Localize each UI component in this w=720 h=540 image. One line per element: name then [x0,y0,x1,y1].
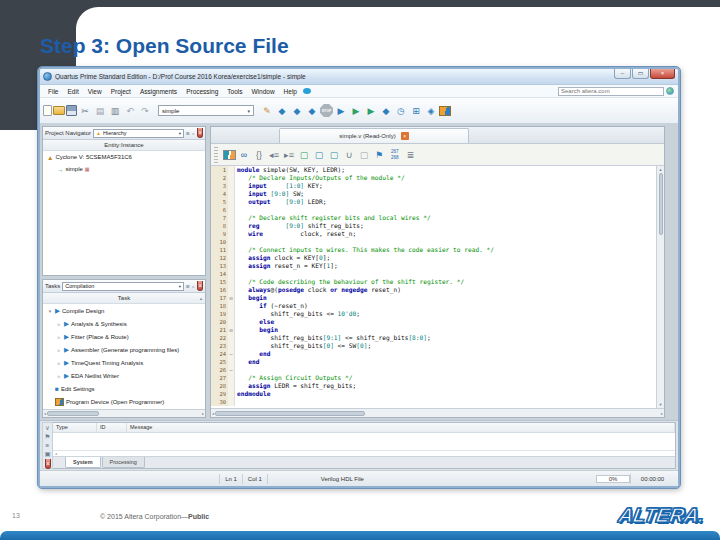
messages-tab-system[interactable]: System [65,457,101,468]
editor-vscrollbar[interactable]: ▲ ▼ [656,166,664,408]
timing-analyzer-icon[interactable]: ◷ [394,104,408,118]
menu-file[interactable]: File [44,88,62,95]
task-row[interactable]: ▹▶TimeQuest Timing Analysis [43,356,205,369]
start-compilation-icon[interactable]: ▶ [334,104,348,118]
task-row[interactable]: ▹▶Fitter (Place & Route) [43,330,205,343]
messages-tab-processing[interactable]: Processing [102,457,145,468]
minimize-icon[interactable]: – [614,69,631,79]
pin-icon[interactable]: ▫ [192,128,194,138]
window-titlebar[interactable]: Quartus Prime Standard Edition - D:/Prof… [40,69,678,85]
indent-increase-icon[interactable]: ▸≡ [282,148,296,162]
close-icon[interactable]: × [197,281,203,291]
start-task-icon[interactable]: ▶ [364,104,378,118]
netlist-viewer-icon[interactable]: ◈ [424,104,438,118]
close-icon[interactable]: × [650,69,675,79]
scroll-left-icon[interactable]: ◂ [44,411,46,416]
start-analysis-icon[interactable]: ▶ [349,104,363,118]
assignment-diamond-icon[interactable]: ◆ [275,104,289,118]
expander-icon[interactable]: ▹ [56,347,62,353]
entity-arrow-icon[interactable]: → [57,166,64,173]
find-icon[interactable]: ∞ [237,148,251,162]
project-select[interactable]: simple [158,105,254,116]
pin-diamond-icon[interactable]: ◆ [290,104,304,118]
undo-icon[interactable]: ↶ [123,104,137,118]
split-pane-icon[interactable] [223,150,236,160]
tab-close-icon[interactable]: × [401,132,409,140]
toolbar-grip[interactable] [214,147,218,163]
editor-hscrollbar[interactable]: ◂ ▸ [211,408,664,417]
redo-icon[interactable]: ↷ [138,104,152,118]
list-icon[interactable]: ≡ [186,281,190,291]
fold-marker-icon[interactable]: ⊟ [228,326,235,334]
search-input[interactable] [558,87,664,96]
maximize-icon[interactable]: ▭ [632,69,649,79]
expander-icon[interactable]: ▹ [56,360,62,366]
pin-icon[interactable]: ▫ [192,281,194,291]
code-editor[interactable]: 1module simple(SW, KEY, LEDR);2 /* Decla… [211,166,656,408]
help-assistant-icon[interactable] [303,88,311,94]
hierarchy-viewer-icon[interactable]: ⊞ [409,104,423,118]
bookmark-new-icon[interactable]: ▢ [297,148,311,162]
cut-icon[interactable]: ✂ [78,104,92,118]
messages-column-message[interactable]: Message [127,423,675,432]
stop-icon[interactable]: STOP [320,104,333,117]
scroll-left-icon[interactable]: ◂ [212,411,214,416]
list-icon[interactable]: ≡ [186,128,190,138]
scroll-thumb[interactable] [659,173,663,235]
settings-diamond-icon[interactable]: ◆ [305,104,319,118]
edit-pencil-icon[interactable]: ✎ [260,104,274,118]
task-row[interactable]: ▹▶Assembler (Generate programming files) [43,343,205,356]
save-icon[interactable] [66,105,77,116]
scroll-right-icon[interactable]: ▸ [202,411,204,416]
attach-file-icon[interactable]: ∪ [342,148,356,162]
scroll-down-icon[interactable]: ▼ [659,402,663,407]
messages-body[interactable] [53,433,675,450]
goto-flag-icon[interactable]: ⚑ [372,148,386,162]
new-file-icon[interactable] [43,105,52,116]
menu-assignments[interactable]: Assignments [136,88,181,95]
expander-icon[interactable]: ▾ [47,308,53,314]
bookmark-paste-icon[interactable]: ▢ [327,148,341,162]
navigator-item[interactable]: →simple▦ [43,163,205,175]
expander-icon[interactable]: ▹ [56,321,62,327]
flag-icon[interactable]: ⚑ [45,433,51,441]
messages-column-id[interactable]: ID [97,423,127,432]
scroll-right-icon[interactable]: ▸ [661,411,663,416]
tasks-column-header[interactable]: Task▲ [43,293,205,304]
task-row[interactable]: ▾▶Compile Design [43,304,205,317]
copy-icon[interactable]: ▤ [93,104,107,118]
messages-column-type[interactable]: Type [53,423,97,432]
note-disabled-icon[interactable]: ▢ [357,148,371,162]
menu-processing[interactable]: Processing [182,88,222,95]
navigator-view-select[interactable]: ▲ Hierarchy [93,129,184,138]
menu-edit[interactable]: Edit [63,88,82,95]
paste-icon[interactable]: ▥ [108,104,122,118]
navigator-column-header[interactable]: Entity:Instance [43,140,205,151]
scroll-thumb[interactable] [215,411,365,416]
menu-view[interactable]: View [84,88,106,95]
device-triangle-icon[interactable]: ▲ [47,154,53,161]
programmer-small-icon[interactable] [55,398,64,406]
line-wrap-icon[interactable]: ≣ [404,148,418,162]
open-project-icon[interactable] [53,106,65,115]
task-row[interactable]: ■Edit Settings [43,382,205,395]
menu-window[interactable]: Window [247,88,278,95]
close-icon[interactable]: × [45,459,51,469]
bookmark-copy-icon[interactable]: ▢ [312,148,326,162]
fold-marker-icon[interactable]: ⊟ [228,294,235,302]
scroll-up-icon[interactable]: ▲ [199,296,203,301]
rapid-recompile-icon[interactable]: ◆ [379,104,393,118]
scroll-thumb[interactable] [47,411,99,416]
tasks-hscrollbar[interactable]: ◂ ▸ [43,409,205,417]
expander-icon[interactable]: ▹ [56,373,62,379]
expander-icon[interactable]: ▹ [56,334,62,340]
task-row[interactable]: Program Device (Open Programmer) [43,395,205,408]
window-icon[interactable]: ▣ [44,450,50,458]
programmer-icon[interactable] [439,106,451,116]
tab-simple-v[interactable]: simple.v (Read-Only) × [279,128,469,143]
indent-decrease-icon[interactable]: ◂≡ [267,148,281,162]
task-row[interactable]: ▹▶Analysis & Synthesis [43,317,205,330]
replace-icon[interactable]: {} [252,148,266,162]
scroll-up-icon[interactable]: ▲ [659,167,663,172]
chevron-icon[interactable]: ∨ [45,424,50,432]
